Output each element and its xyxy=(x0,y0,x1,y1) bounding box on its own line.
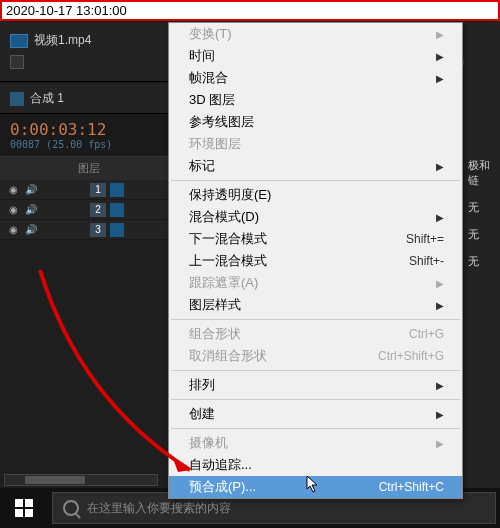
menu-item: 摄像机▶ xyxy=(169,432,462,454)
menu-item-label: 3D 图层 xyxy=(189,91,235,109)
menu-item-label: 预合成(P)... xyxy=(189,478,256,496)
menu-shortcut: Shift+= xyxy=(406,232,444,246)
menu-shortcut: Shift+- xyxy=(409,254,444,268)
menu-item[interactable]: 自动追踪... xyxy=(169,454,462,476)
menu-item[interactable]: 创建▶ xyxy=(169,403,462,425)
menu-item-label: 排列 xyxy=(189,376,215,394)
column-headers: 图层 xyxy=(0,156,168,180)
timecode-display[interactable]: 0:00:03:12 00087 (25.00 fps) xyxy=(0,114,168,150)
col-layer: 图层 xyxy=(78,161,100,176)
right-label: 极和链 xyxy=(464,152,500,194)
project-file-name: 视频1.mp4 xyxy=(34,32,91,49)
solo-toggle[interactable] xyxy=(42,203,56,217)
audio-toggle[interactable]: 🔊 xyxy=(24,203,38,217)
menu-item[interactable]: 预合成(P)...Ctrl+Shift+C xyxy=(169,476,462,498)
chevron-right-icon: ▶ xyxy=(436,29,444,40)
composition-panel: 合成 1 0:00:03:12 00087 (25.00 fps) 图层 ◉ 🔊… xyxy=(0,84,168,240)
timecode-value: 0:00:03:12 xyxy=(10,120,158,139)
menu-item[interactable]: 混合模式(D)▶ xyxy=(169,206,462,228)
menu-item-label: 变换(T) xyxy=(189,25,232,43)
menu-separator xyxy=(171,319,460,320)
menu-item: 取消组合形状Ctrl+Shift+G xyxy=(169,345,462,367)
chevron-right-icon: ▶ xyxy=(436,300,444,311)
menu-item: 环境图层 xyxy=(169,133,462,155)
menu-item-label: 下一混合模式 xyxy=(189,230,267,248)
chevron-right-icon: ▶ xyxy=(436,73,444,84)
composition-tab[interactable]: 合成 1 xyxy=(0,84,168,114)
track-color xyxy=(110,183,124,197)
horizontal-scrollbar[interactable] xyxy=(4,474,158,486)
track-row[interactable]: ◉ 🔊 1 xyxy=(0,180,168,200)
search-icon xyxy=(63,500,79,516)
frame-info: 00087 (25.00 fps) xyxy=(10,139,158,150)
track-index: 2 xyxy=(90,203,106,217)
visibility-toggle[interactable]: ◉ xyxy=(6,203,20,217)
menu-shortcut: Ctrl+Shift+G xyxy=(378,349,444,363)
search-placeholder: 在这里输入你要搜索的内容 xyxy=(87,500,231,517)
track-color xyxy=(110,203,124,217)
right-cell: 无 xyxy=(464,194,500,221)
chevron-right-icon: ▶ xyxy=(436,380,444,391)
menu-item-label: 创建 xyxy=(189,405,215,423)
menu-item: 跟踪遮罩(A)▶ xyxy=(169,272,462,294)
menu-item[interactable]: 上一混合模式Shift+- xyxy=(169,250,462,272)
menu-item[interactable]: 帧混合▶ xyxy=(169,67,462,89)
right-panel: 极和链 无 无 无 xyxy=(464,22,500,488)
right-cell: 无 xyxy=(464,221,500,248)
chevron-right-icon: ▶ xyxy=(436,51,444,62)
menu-item[interactable]: 3D 图层 xyxy=(169,89,462,111)
menu-item[interactable]: 图层样式▶ xyxy=(169,294,462,316)
menu-item[interactable]: 标记▶ xyxy=(169,155,462,177)
track-row[interactable]: ◉ 🔊 2 xyxy=(0,200,168,220)
menu-item-label: 组合形状 xyxy=(189,325,241,343)
menu-item-label: 摄像机 xyxy=(189,434,228,452)
menu-item-label: 取消组合形状 xyxy=(189,347,267,365)
chevron-right-icon: ▶ xyxy=(436,161,444,172)
audio-toggle[interactable]: 🔊 xyxy=(24,223,38,237)
menu-item: 变换(T)▶ xyxy=(169,23,462,45)
composition-name: 合成 1 xyxy=(30,90,64,107)
menu-item[interactable]: 保持透明度(E) xyxy=(169,184,462,206)
right-cell: 无 xyxy=(464,248,500,275)
timestamp-bar: 2020-10-17 13:01:00 xyxy=(0,0,500,21)
lock-toggle[interactable] xyxy=(60,223,74,237)
solo-toggle[interactable] xyxy=(42,183,56,197)
visibility-toggle[interactable]: ◉ xyxy=(6,183,20,197)
audio-toggle[interactable]: 🔊 xyxy=(24,183,38,197)
menu-separator xyxy=(171,428,460,429)
menu-separator xyxy=(171,370,460,371)
visibility-toggle[interactable]: ◉ xyxy=(6,223,20,237)
lock-toggle[interactable] xyxy=(60,183,74,197)
menu-item-label: 保持透明度(E) xyxy=(189,186,271,204)
menu-shortcut: Ctrl+Shift+C xyxy=(379,480,444,494)
chevron-right-icon: ▶ xyxy=(436,438,444,449)
menu-item-label: 参考线图层 xyxy=(189,113,254,131)
track-row[interactable]: ◉ 🔊 3 xyxy=(0,220,168,240)
scrollbar-thumb[interactable] xyxy=(25,476,85,484)
menu-item-label: 混合模式(D) xyxy=(189,208,259,226)
chevron-right-icon: ▶ xyxy=(436,409,444,420)
menu-item-label: 帧混合 xyxy=(189,69,228,87)
menu-item-label: 跟踪遮罩(A) xyxy=(189,274,258,292)
start-button[interactable] xyxy=(0,488,48,528)
video-file-icon xyxy=(10,34,28,48)
menu-item[interactable]: 下一混合模式Shift+= xyxy=(169,228,462,250)
menu-item[interactable]: 时间▶ xyxy=(169,45,462,67)
layer-context-menu: 变换(T)▶时间▶帧混合▶3D 图层参考线图层环境图层标记▶保持透明度(E)混合… xyxy=(168,22,463,499)
menu-item[interactable]: 排列▶ xyxy=(169,374,462,396)
windows-icon xyxy=(15,499,33,517)
menu-item-label: 图层样式 xyxy=(189,296,241,314)
track-index: 3 xyxy=(90,223,106,237)
menu-separator xyxy=(171,180,460,181)
menu-shortcut: Ctrl+G xyxy=(409,327,444,341)
track-index: 1 xyxy=(90,183,106,197)
menu-item: 组合形状Ctrl+G xyxy=(169,323,462,345)
menu-item[interactable]: 参考线图层 xyxy=(169,111,462,133)
menu-item-label: 标记 xyxy=(189,157,215,175)
chevron-right-icon: ▶ xyxy=(436,212,444,223)
solo-toggle[interactable] xyxy=(42,223,56,237)
chevron-right-icon: ▶ xyxy=(436,278,444,289)
menu-item-label: 上一混合模式 xyxy=(189,252,267,270)
composition-icon xyxy=(10,92,24,106)
lock-toggle[interactable] xyxy=(60,203,74,217)
